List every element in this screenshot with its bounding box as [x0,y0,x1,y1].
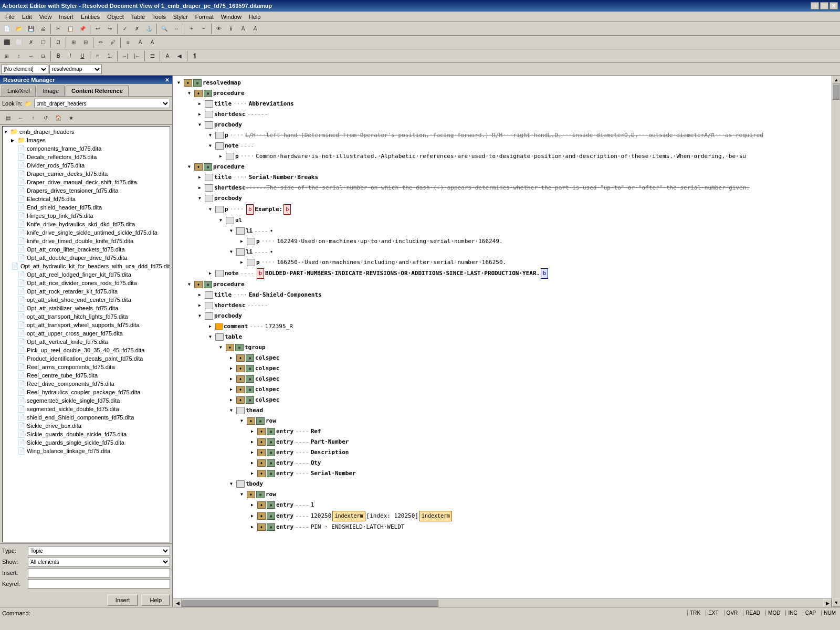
tree-item-34[interactable]: 📄 Sickle_drive_box.dita [11,422,169,430]
color2-btn[interactable]: ◀ [174,50,185,62]
tree-item-31[interactable]: 📄 segemented_sickle_single_fd75.dita [11,396,169,405]
tree-item-37[interactable]: 📄 Wing_balance_linkage_fd75.dita [11,447,169,455]
menu-window[interactable]: Window [218,13,245,21]
maximize-button[interactable]: □ [820,2,828,9]
open-btn[interactable]: 📂 [13,23,25,35]
tree-item-21[interactable]: 📄 opt_att_transport_hitch_lights_fd75.di… [11,312,169,321]
tree-item-28[interactable]: 📄 Reel_centre_tube_fd75.dita [11,371,169,380]
tb2-4[interactable]: ☐ [37,37,49,48]
tree-item-10[interactable]: 📄 Knife_drive_hydraulics_skd_dkd_fd75.di… [11,220,169,228]
outdent-btn[interactable]: |← [131,50,143,62]
tree-item-15[interactable]: 📄 Opt_att_hydraulic_kit_for_headers_with… [11,262,169,270]
menu-tools[interactable]: Tools [149,13,169,21]
tree-item-7[interactable]: 📄 Electrical_fd75.dita [11,195,169,203]
color-btn[interactable]: A [162,50,173,62]
tree-item-3[interactable]: 📄 Divider_rods_fd75.dita [11,161,169,170]
tb2-5[interactable]: Ω [52,37,64,48]
replace-btn[interactable]: ↔ [171,23,182,35]
fontA-btn[interactable]: A [249,23,261,35]
tree-item-16[interactable]: 📄 Opt_att_reel_lodged_finger_kit_fd75.di… [11,270,169,279]
tb2-1[interactable]: ⬛ [1,37,13,48]
insert-input[interactable] [28,568,170,578]
tab-image[interactable]: Image [37,86,65,96]
tree-item-9[interactable]: 📄 Hinges_top_link_fd75.dita [11,212,169,220]
print-btn[interactable]: 🖨 [37,23,49,35]
tree-item-36[interactable]: 📄 Sickle_guards_single_sickle_fd75.dita [11,438,169,447]
h-scrollbar[interactable]: ◀ ▶ [173,598,832,607]
resolvedmap-expand[interactable]: ▼ [177,78,184,88]
bold-btn[interactable]: B [52,50,64,62]
menu-entities[interactable]: Entities [78,13,103,21]
redo-btn[interactable]: ↪ [104,23,116,35]
tree-item-32[interactable]: 📄 segmented_sickle_double_fd75.dita [11,405,169,413]
tree-item-2[interactable]: 📄 Decals_reflectors_fd75.dita [11,153,169,161]
tb2-9[interactable]: 🖊 [107,37,119,48]
favorite-btn[interactable]: ★ [65,112,77,123]
tree-item-27[interactable]: 📄 Reel_arms_components_fd75.dita [11,363,169,371]
zoom-out-btn[interactable]: − [198,23,209,35]
type-select[interactable]: Topic [28,546,170,555]
tb2-6[interactable]: ⊞ [68,37,79,48]
tree-root[interactable]: ▼ 📁 cmb_draper_headers [4,128,169,136]
hscroll-right-btn[interactable]: ▶ [823,599,832,607]
tb3-4[interactable]: ⊡ [37,50,49,62]
tab-content-reference[interactable]: Content Reference [66,86,129,96]
vscroll-thumb[interactable] [833,84,839,100]
menu-insert[interactable]: Insert [56,13,77,21]
insert-button[interactable]: Insert [107,594,139,606]
undo-btn[interactable]: ↩ [92,23,103,35]
tree-item-19[interactable]: 📄 opt_att_skid_shoe_end_center_fd75.dita [11,296,169,304]
view-btn[interactable]: 👁 [213,23,225,35]
tb2-7[interactable]: ⊟ [80,37,91,48]
tree-item-26[interactable]: 📄 Product_identification_decals_paint_fd… [11,354,169,363]
cut-btn[interactable]: ✂ [52,23,64,35]
menu-format[interactable]: Format [192,13,217,21]
tb2-10[interactable]: ≡ [122,37,134,48]
tree-item-33[interactable]: 📄 shield_end_Shield_components_fd75.dita [11,413,169,422]
info-btn[interactable]: ℹ [225,23,237,35]
element-select[interactable]: [No element] [1,65,48,74]
close-button[interactable]: ✕ [830,2,838,9]
menu-view[interactable]: View [36,13,55,21]
x-btn[interactable]: ✗ [131,23,143,35]
menu-styler[interactable]: Styler [170,13,191,21]
tree-item-1[interactable]: 📄 components_frame_fd75.dita [11,144,169,153]
tree-item-13[interactable]: 📄 Opt_att_crop_lifter_brackets_fd75.dita [11,245,169,254]
underline-btn[interactable]: U [77,50,88,62]
tree-item-30[interactable]: 📄 Reel_hydraulics_coupler_package_fd75.d… [11,388,169,396]
zoom-in-btn[interactable]: + [186,23,197,35]
vscroll-up-btn[interactable]: ▲ [832,76,840,84]
tree-item-18[interactable]: 📄 Opt_att_rock_retarder_kit_fd75.dita [11,287,169,296]
images-expand[interactable]: ▶ [11,138,17,143]
root-expand[interactable]: ▼ [4,130,10,134]
tree-item-24[interactable]: 📄 Opt_att_vertical_knife_fd75.dita [11,338,169,346]
style-select[interactable]: resolvedmap [49,65,102,74]
show-select[interactable]: All elements [28,557,170,566]
menu-help[interactable]: Help [246,13,264,21]
save-btn[interactable]: 💾 [25,23,37,35]
tree-item-23[interactable]: 📄 opt_att_upper_cross_auger_fd75.dita [11,329,169,338]
menu-file[interactable]: File [2,13,18,21]
tb3-1[interactable]: ⊞ [1,50,13,62]
menu-table[interactable]: Table [128,13,148,21]
indent-btn[interactable]: →| [119,50,131,62]
tree-item-8[interactable]: 📄 End_shield_header_fd75.dita [11,203,169,212]
tree-item-14[interactable]: 📄 Opt_att_double_draper_drive_fd75.dita [11,254,169,262]
menu-object[interactable]: Object [104,13,127,21]
tree-item-6[interactable]: 📄 Drapers_drives_tensioner_fd75.dita [11,186,169,195]
tree-item-4[interactable]: 📄 Draper_carrier_decks_fd75.dita [11,170,169,178]
align-btn[interactable]: ☰ [146,50,158,62]
vscroll-track[interactable] [832,84,840,598]
tb3-3[interactable]: ↔ [25,50,37,62]
tab-link-xref[interactable]: Link/Xref [2,86,36,96]
hscroll-thumb[interactable] [182,600,438,607]
view-list-btn[interactable]: ▤ [2,112,14,123]
new-btn[interactable]: 📄 [1,23,13,35]
tree-item-29[interactable]: 📄 Reel_drive_components_fd75.dita [11,380,169,388]
anchor-btn[interactable]: ⚓ [143,23,155,35]
list-btn[interactable]: ≡ [92,50,103,62]
hscroll-left-btn[interactable]: ◀ [173,599,182,607]
doc-area[interactable]: ▼ ♦ ⊕ resolvedmap ▼ ♦ ⊕ procedure [173,76,832,598]
tree-item-35[interactable]: 📄 Sickle_guards_double_sickle_fd75.dita [11,430,169,438]
vscroll-down-btn[interactable]: ▼ [832,598,840,607]
